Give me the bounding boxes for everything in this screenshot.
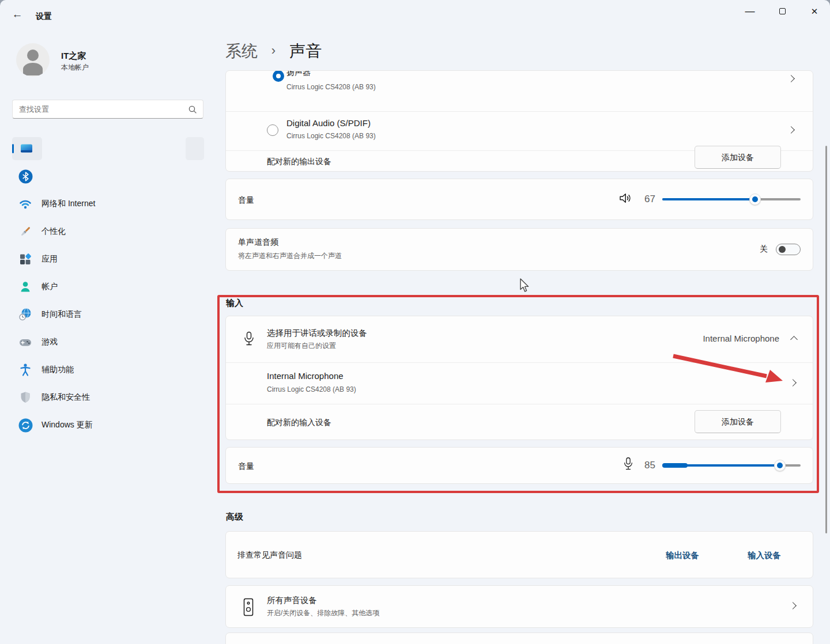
titlebar: ← 设置 — ✕ <box>0 0 830 28</box>
globe-clock-icon <box>18 308 32 321</box>
input-section-header: 输入 <box>226 298 243 309</box>
speaker-icon[interactable] <box>618 191 633 207</box>
sidebar-item-apps[interactable]: 应用 <box>0 248 205 271</box>
gamepad-icon <box>18 335 32 349</box>
pair-input-label: 配对新的输入设备 <box>267 418 331 428</box>
mouse-cursor <box>519 278 533 293</box>
person-icon <box>18 280 32 294</box>
accessibility-icon <box>18 363 32 377</box>
output-volume-slider[interactable] <box>662 194 801 205</box>
app-title: 设置 <box>36 12 52 22</box>
back-button[interactable]: ← <box>9 8 25 22</box>
choose-input-subtitle: 应用可能有自己的设置 <box>267 341 336 351</box>
chevron-right-icon <box>789 602 797 609</box>
sidebar-item-label: 个性化 <box>42 226 66 237</box>
digital-audio-radio[interactable] <box>267 124 278 136</box>
all-sound-devices-card[interactable]: 所有声音设备 开启/关闭设备、排除故障、其他选项 <box>225 585 813 628</box>
speakers-title: 扬声器 <box>286 70 311 78</box>
apps-icon <box>18 252 32 266</box>
maximize-button[interactable] <box>769 0 795 23</box>
sidebar-item-windows-update[interactable]: Windows 更新 <box>0 414 205 437</box>
next-card-stub <box>225 632 813 644</box>
input-volume-label: 音量 <box>238 461 254 472</box>
input-volume-value: 85 <box>640 460 655 471</box>
row-internal-microphone[interactable]: Internal Microphone Cirrus Logic CS4208 … <box>226 362 813 404</box>
sidebar-item-gaming[interactable]: 游戏 <box>0 331 205 354</box>
output-volume-value: 67 <box>640 194 655 205</box>
chevron-right-icon[interactable] <box>789 379 797 387</box>
sidebar-item-label: 隐私和安全性 <box>42 392 90 403</box>
sidebar-item-privacy[interactable]: 隐私和安全性 <box>0 386 205 409</box>
scrollbar[interactable] <box>825 146 827 533</box>
minimize-button[interactable]: — <box>737 0 763 23</box>
maximize-icon <box>779 8 786 14</box>
sidebar-item-label: 辅助功能 <box>42 365 74 375</box>
slider-thumb[interactable] <box>774 460 786 471</box>
input-level-meter <box>662 463 688 468</box>
sidebar-item-bluetooth[interactable] <box>0 165 205 188</box>
system-icon <box>20 142 33 156</box>
chevron-up-icon[interactable] <box>790 336 798 343</box>
mono-toggle[interactable] <box>776 244 801 255</box>
user-name: IT之家 <box>61 51 86 62</box>
input-volume-slider[interactable] <box>662 460 801 471</box>
sidebar-item-label: 帐户 <box>42 282 58 292</box>
sidebar-artifact <box>186 137 204 160</box>
output-volume-card: 音量 67 <box>225 179 813 220</box>
speakers-radio[interactable] <box>273 70 284 82</box>
speaker-device-icon <box>243 598 254 619</box>
sidebar-item-label: 游戏 <box>42 337 58 347</box>
sidebar-item-personalization[interactable]: 个性化 <box>0 220 205 243</box>
breadcrumb-current: 声音 <box>289 42 322 60</box>
sidebar-item-network[interactable]: 网络和 Internet <box>0 192 205 215</box>
avatar[interactable] <box>16 43 50 77</box>
sidebar-item-label: Windows 更新 <box>42 420 93 430</box>
mono-title: 单声道音频 <box>238 237 278 248</box>
row-pair-input: 配对新的输入设备 添加设备 <box>226 404 813 440</box>
search-input[interactable] <box>19 101 186 118</box>
chevron-right-icon <box>787 75 795 82</box>
mono-state-label: 关 <box>760 244 768 255</box>
breadcrumb-root[interactable]: 系统 <box>225 42 258 60</box>
shield-icon <box>18 391 32 404</box>
selected-input-device[interactable]: Internal Microphone <box>703 334 779 343</box>
digital-audio-title: Digital Audio (S/PDIF) <box>286 118 371 128</box>
breadcrumb-separator-icon: › <box>271 43 276 58</box>
pair-output-label: 配对新的输出设备 <box>267 157 331 167</box>
row-choose-input[interactable]: 选择用于讲话或录制的设备 应用可能有自己的设置 Internal Microph… <box>226 316 813 362</box>
sidebar-item-time-language[interactable]: 时间和语言 <box>0 303 205 326</box>
row-digital-audio[interactable]: Digital Audio (S/PDIF) Cirrus Logic CS42… <box>226 111 813 150</box>
sidebar-item-accounts[interactable]: 帐户 <box>0 275 205 298</box>
sidebar-item-system[interactable] <box>0 137 205 160</box>
sidebar-item-label: 网络和 Internet <box>42 199 95 209</box>
input-devices-card: 选择用于讲话或录制的设备 应用可能有自己的设置 Internal Microph… <box>225 316 813 440</box>
settings-window: ← 设置 — ✕ IT之家 本地帐户 <box>0 0 830 644</box>
close-button[interactable]: ✕ <box>801 0 828 23</box>
row-pair-output: 配对新的输出设备 添加设备 <box>226 150 813 172</box>
internal-mic-title: Internal Microphone <box>267 371 344 381</box>
microphone-icon[interactable] <box>623 457 633 474</box>
user-account-type: 本地帐户 <box>61 63 89 73</box>
all-devices-subtitle: 开启/关闭设备、排除故障、其他选项 <box>267 608 379 618</box>
sidebar-item-accessibility[interactable]: 辅助功能 <box>0 358 205 381</box>
add-output-device-button[interactable]: 添加设备 <box>695 146 781 169</box>
wifi-icon <box>18 197 32 211</box>
add-input-device-button[interactable]: 添加设备 <box>695 410 781 433</box>
troubleshoot-input-link[interactable]: 输入设备 <box>748 550 781 561</box>
choose-input-title: 选择用于讲话或录制的设备 <box>267 328 367 339</box>
troubleshoot-output-link[interactable]: 输出设备 <box>666 550 699 561</box>
troubleshoot-label: 排查常见声音问题 <box>237 550 302 560</box>
search-box[interactable] <box>12 100 203 119</box>
brush-icon <box>18 225 32 238</box>
internal-mic-subtitle: Cirrus Logic CS4208 (AB 93) <box>267 385 356 393</box>
breadcrumb: 系统 › 声音 <box>225 40 322 62</box>
advanced-section-header: 高级 <box>226 512 243 522</box>
sidebar-item-label: 时间和语言 <box>42 309 82 320</box>
bluetooth-icon <box>18 169 32 183</box>
avatar-person-icon <box>27 50 39 61</box>
update-icon <box>18 418 32 432</box>
row-speakers[interactable]: 扬声器 Cirrus Logic CS4208 (AB 93) <box>226 70 813 111</box>
slider-thumb[interactable] <box>749 194 761 205</box>
speakers-subtitle: Cirrus Logic CS4208 (AB 93) <box>286 83 376 91</box>
output-volume-label: 音量 <box>238 195 254 206</box>
